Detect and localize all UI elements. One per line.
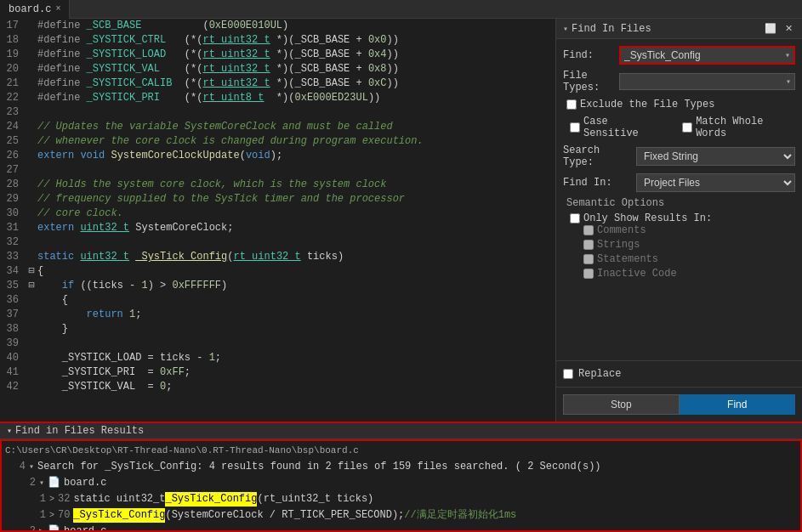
exclude-label: Exclude the File Types (580, 99, 714, 110)
tab-close-button[interactable]: × (55, 4, 60, 14)
case-sensitive-row: Case Sensitive (566, 116, 665, 139)
line-num-25: 25 (0, 134, 26, 149)
line-content-26: extern void SystemCoreClockUpdate(void); (37, 149, 555, 163)
line-num-37: 37 (0, 308, 26, 322)
results-header: ▾ Find in Files Results (0, 423, 802, 439)
code-line-27: 27 (0, 163, 555, 178)
result-num-1b: 1 (29, 508, 46, 523)
code-line-25: 25 // whenever the core clock is changed… (0, 134, 555, 149)
line-num-18: 18 (0, 33, 26, 48)
code-line-29: 29 // frequency supplied to the SysTick … (0, 192, 555, 207)
code-line-36: 36 { (0, 293, 555, 308)
stop-button[interactable]: Stop (563, 394, 680, 415)
line-content-28: // Holds the system core clock, which is… (37, 178, 555, 192)
semantic-options-title: Semantic Options (566, 197, 792, 209)
line-num-19: 19 (0, 48, 26, 62)
result-70-comment: //满足定时器初始化1ms (404, 508, 516, 523)
code-line-21: 21 #define _SYSTICK_CALIB (*(rt_uint32_t… (0, 76, 555, 91)
inactive-code-checkbox[interactable] (583, 269, 594, 279)
line-num-29: 29 (0, 192, 26, 207)
line-num-35: 35 (0, 279, 26, 293)
line-content-34: { (37, 264, 555, 279)
result-line-32[interactable]: 1 > 32 static uint32_t _SysTick_Config(r… (2, 491, 800, 507)
line-num-41: 41 (0, 365, 26, 380)
board-c-1-label: board.c (64, 476, 106, 490)
result-32-after: (rt_uint32_t ticks) (257, 492, 373, 507)
statements-checkbox[interactable] (583, 254, 594, 264)
code-line-35: 35 ⊟ if ((ticks - 1) > 0xFFFFFF) (0, 279, 555, 293)
result-line-70[interactable]: 1 > 70 _SysTick_Config(SystemCoreClock /… (2, 507, 800, 524)
find-in-select[interactable]: Project Files Current File Open Files (637, 174, 794, 191)
code-line-23: 23 (0, 105, 555, 120)
line-num-32: 32 (0, 235, 26, 250)
close-find-panel-button[interactable]: ✕ (782, 22, 795, 35)
line-num-30: 30 (0, 207, 26, 221)
semantic-sub-options: Comments Strings Statements Inactive Cod… (566, 224, 792, 280)
file-types-dropdown-arrow[interactable]: ▾ (782, 76, 794, 87)
result-32-before: static uint32_t (73, 492, 165, 507)
search-type-select-wrapper: Fixed String Regular Expression Wildcard (636, 147, 795, 166)
match-whole-words-row: Match Whole Words (679, 116, 795, 139)
find-input[interactable] (621, 48, 782, 63)
line-num-24: 24 (0, 120, 26, 134)
line-num-23: 23 (0, 105, 26, 120)
only-show-checkbox[interactable] (570, 213, 580, 224)
tab-label: board.c (9, 3, 51, 15)
code-line-18: 18 #define _SYSTICK_CTRL (*(rt_uint32_t … (0, 33, 555, 48)
result-num-1a: 1 (29, 492, 46, 507)
collapse-search1[interactable]: ▾ (29, 460, 34, 474)
collapse-board2[interactable]: ▶ (39, 524, 44, 532)
find-field-row: Find: ▾ (563, 46, 795, 65)
line-content-30: // core clock. (37, 207, 555, 221)
find-button[interactable]: Find (680, 394, 796, 415)
strings-row: Strings (580, 239, 792, 251)
find-panel-header: ▾ Find In Files ⬜ ✕ (556, 19, 802, 39)
match-whole-words-checkbox[interactable] (682, 122, 692, 133)
statements-label: Statements (597, 253, 658, 265)
code-line-17: 17 #define _SCB_BASE (0xE000E010UL) (0, 19, 555, 33)
line-content-38: } (37, 322, 555, 337)
collapse-35[interactable]: ⊟ (26, 279, 37, 293)
line-content-37: return 1; (37, 308, 555, 322)
board-c-entry-1[interactable]: 2 ▾ 📄 board.c (2, 475, 800, 491)
code-line-19: 19 #define _SYSTICK_LOAD (*(rt_uint32_t … (0, 48, 555, 62)
code-line-37: 37 return 1; (0, 308, 555, 322)
comments-checkbox[interactable] (583, 225, 594, 235)
strings-checkbox[interactable] (583, 240, 594, 250)
line-content-21: #define _SYSTICK_CALIB (*(rt_uint32_t *)… (37, 76, 555, 91)
tab-board-c[interactable]: board.c × (0, 0, 70, 19)
line-num-17: 17 (0, 19, 26, 33)
action-buttons: Stop Find (556, 387, 802, 422)
replace-checkbox[interactable] (563, 369, 573, 379)
results-panel: ▾ Find in Files Results C:\Users\CR\Desk… (0, 422, 802, 532)
strings-label: Strings (597, 239, 640, 251)
search-type-label: Search Type: (563, 144, 631, 168)
maximize-button[interactable]: ⬜ (762, 22, 779, 35)
line-num-40: 40 (0, 351, 26, 365)
results-header-chevron: ▾ (7, 426, 12, 436)
line-num-34: 34 (0, 264, 26, 279)
line-content-20: #define _SYSTICK_VAL (*(rt_uint32_t *)(_… (37, 62, 555, 76)
line-content-40: _SYSTICK_LOAD = ticks - 1; (37, 351, 555, 365)
line-num-28: 28 (0, 178, 26, 192)
code-line-28: 28 // Holds the system core clock, which… (0, 178, 555, 192)
code-line-32: 32 (0, 235, 555, 250)
board-c-entry-2[interactable]: 2 ▶ 📄 board.c (2, 524, 800, 532)
case-sensitive-checkbox[interactable] (570, 122, 580, 133)
file-types-input[interactable] (620, 74, 782, 89)
exclude-checkbox[interactable] (566, 99, 577, 110)
find-input-wrapper: ▾ (619, 46, 795, 65)
file-icon-1: 📄 (48, 476, 60, 490)
find-dropdown-arrow[interactable]: ▾ (782, 50, 793, 60)
find-in-label: Find In: (563, 177, 631, 189)
code-editor: 17 #define _SCB_BASE (0xE000E010UL) 18 #… (0, 19, 555, 422)
result-path-line: C:\Users\CR\Desktop\RT-Thread-Nano\0.RT-… (2, 443, 800, 459)
line-content-41: _SYSTICK_PRI = 0xFF; (37, 365, 555, 380)
line-content-42: _SYSTICK_VAL = 0; (37, 380, 555, 394)
search-type-select[interactable]: Fixed String Regular Expression Wildcard (637, 148, 794, 165)
file-icon-2: 📄 (48, 524, 60, 532)
collapse-34[interactable]: ⊟ (26, 264, 37, 279)
collapse-board1[interactable]: ▾ (39, 476, 44, 490)
code-line-20: 20 #define _SYSTICK_VAL (*(rt_uint32_t *… (0, 62, 555, 76)
find-panel-body: Find: ▾ File Types: ▾ Exclude the File T… (556, 39, 802, 286)
